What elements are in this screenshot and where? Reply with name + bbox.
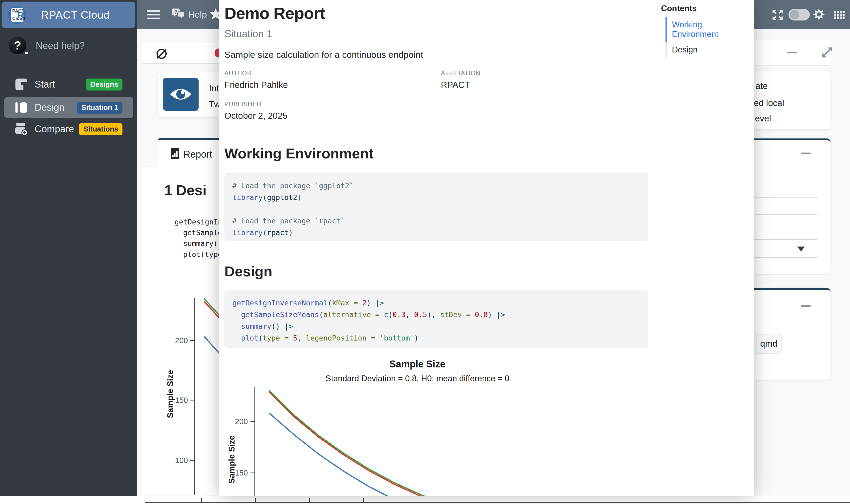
dropdown-select[interactable]	[743, 239, 818, 258]
bg-code-line: getSample	[183, 229, 222, 237]
collapse-icon[interactable]	[786, 52, 797, 53]
svg-text:150: 150	[175, 396, 188, 404]
option-row: ed local	[754, 98, 784, 108]
toc-link-design[interactable]: Design	[666, 42, 749, 57]
qmd-label: qmd	[760, 339, 777, 349]
rpact-logo-icon: R PACT Cloud	[8, 6, 26, 24]
option-row: ate	[756, 81, 768, 91]
compare-icon	[15, 123, 28, 136]
fullscreen-icon[interactable]	[772, 9, 784, 21]
report-title: Demo Report	[224, 4, 325, 23]
sidebar: R PACT Cloud RPACT Cloud ? Need help? St…	[0, 0, 137, 504]
sample-size-chart: Sample SizeStandard Deviation = 0.8, H0:…	[219, 356, 672, 496]
svg-text:150: 150	[235, 469, 248, 477]
sidebar-item-compare[interactable]: Compare Situations	[4, 121, 133, 138]
text-input[interactable]	[743, 197, 818, 215]
question-mark-icon: ?	[9, 37, 26, 54]
design-icon	[15, 101, 28, 114]
sidebar-item-label: Start	[35, 79, 55, 90]
option-row: evel	[755, 113, 771, 124]
settings-sun-icon[interactable]	[812, 8, 825, 21]
help-chat-icon: ?	[171, 8, 185, 21]
svg-text:Sample Size: Sample Size	[227, 436, 236, 484]
help-label: Help	[188, 9, 207, 20]
designs-badge: Designs	[86, 78, 123, 91]
svg-text:100: 100	[175, 456, 188, 465]
report-file-icon	[170, 148, 179, 160]
svg-text:?: ?	[174, 9, 177, 15]
code-block-design: getDesignInverseNormal(kMax = 2) |> getS…	[224, 290, 648, 348]
sidebar-divider	[5, 65, 131, 65]
author-value: Friedrich Pahlke	[224, 80, 288, 90]
bg-code-line: summary()	[183, 239, 222, 248]
author-label: AUTHOR	[224, 70, 252, 77]
svg-text:Sample Size: Sample Size	[166, 370, 175, 418]
svg-text:Sample Size: Sample Size	[390, 359, 445, 370]
report-tab-label: Report	[183, 149, 212, 160]
brand-header[interactable]: R PACT Cloud RPACT Cloud	[2, 2, 135, 28]
report-modal: Demo Report Situation 1 Sample size calc…	[219, 0, 754, 496]
help-button[interactable]: ? Help	[171, 8, 207, 21]
section-heading-working-environment: Working Environment	[224, 145, 374, 162]
menu-toggle-button[interactable]	[147, 10, 160, 19]
background-sample-size-chart: 200150100Sample Size	[160, 291, 221, 495]
svg-text:200: 200	[175, 336, 188, 345]
report-description: Sample size calculation for a continuous…	[224, 50, 423, 60]
eye-icon	[163, 78, 199, 111]
bg-code-line: plot(type	[183, 250, 222, 258]
eye-tile	[163, 78, 199, 111]
published-label: PUBLISHED	[224, 101, 261, 108]
sidebar-item-label: Compare	[35, 124, 74, 135]
svg-text:200: 200	[235, 417, 248, 426]
collapse-icon[interactable]	[801, 305, 811, 307]
svg-text:Standard Deviation = 0.8, H0:: Standard Deviation = 0.8, H0: mean diffe…	[326, 374, 509, 383]
chevron-down-icon	[797, 247, 805, 251]
start-icon	[15, 78, 28, 91]
sidebar-item-label: Design	[35, 102, 65, 113]
toc-heading: Contents	[661, 4, 749, 13]
table-of-contents: Contents Working Environment Design	[661, 4, 749, 57]
need-help-link[interactable]: ? Need help?	[0, 35, 137, 57]
situations-badge: Situations	[79, 123, 123, 135]
toc-link-working-environment[interactable]: Working Environment	[666, 17, 749, 42]
need-help-label: Need help?	[36, 35, 85, 56]
collapse-icon[interactable]	[801, 152, 811, 154]
app-title: RPACT Cloud	[41, 2, 110, 28]
design-slash-icon	[156, 48, 168, 60]
expand-icon[interactable]	[820, 46, 834, 59]
report-heading: 1 Desi	[164, 182, 206, 198]
sidebar-item-design[interactable]: Design Situation 1	[4, 97, 133, 118]
background-chart-x-axis	[141, 497, 850, 504]
bg-code-line: getDesignIn	[175, 218, 222, 226]
apps-grid-icon[interactable]	[833, 10, 845, 20]
report-subtitle: Situation 1	[224, 28, 272, 40]
section-heading-design: Design	[224, 263, 272, 280]
app-screen: R PACT Cloud RPACT Cloud ? Need help? St…	[0, 0, 850, 504]
affiliation-value: RPACT	[441, 80, 470, 90]
sidebar-item-start[interactable]: Start Designs	[4, 76, 133, 93]
theme-toggle[interactable]	[789, 9, 810, 20]
situation-badge: Situation 1	[77, 102, 123, 114]
code-block-working-environment: # Load the package `ggplot2`library(ggpl…	[224, 173, 648, 241]
affiliation-label: AFFILIATION	[441, 70, 481, 77]
published-value: October 2, 2025	[224, 111, 288, 121]
